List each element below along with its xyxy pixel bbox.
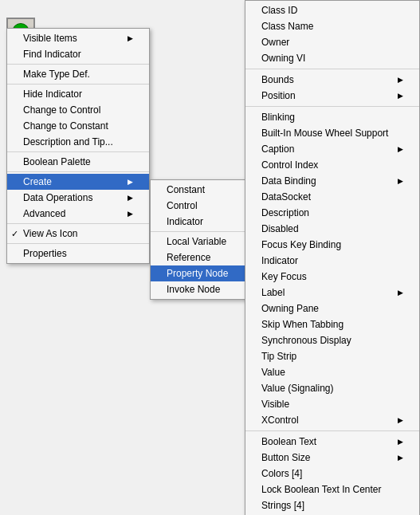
menu-item-label: Find Indicator [23, 49, 81, 60]
menu-separator [7, 84, 149, 85]
menu-item-owning-pane[interactable]: Owning Pane [245, 301, 419, 316]
menu-item-label: Control [167, 200, 198, 211]
submenu-arrow-icon: ▶ [398, 76, 403, 84]
menu-item-description[interactable]: Description [245, 205, 419, 221]
menu-item-label: Colors [4] [261, 468, 302, 479]
submenu-arrow-icon: ▶ [128, 34, 133, 42]
menu-item-label: Property Node [167, 268, 228, 279]
menu-item-label: Control Index [261, 159, 318, 171]
menu-item-caption[interactable]: Caption▶ [245, 141, 419, 157]
menu-item-lock-boolean-text[interactable]: Lock Boolean Text In Center [245, 482, 419, 497]
submenu-arrow-icon: ▶ [398, 438, 403, 446]
menu-item-control-index[interactable]: Control Index [245, 157, 419, 173]
submenu-arrow-icon: ▶ [128, 194, 133, 202]
menu-item-data-binding[interactable]: Data Binding▶ [245, 173, 419, 189]
menu-item-tip-strip[interactable]: Tip Strip [245, 348, 419, 364]
menu-item-properties[interactable]: Properties [7, 246, 149, 261]
menu-group-separator [245, 69, 419, 69]
menu-item-owner[interactable]: Owner [245, 34, 419, 50]
menu-item-data-operations[interactable]: Data Operations▶ [7, 190, 149, 206]
menu-item-value-signaling[interactable]: Value (Signaling) [245, 380, 419, 396]
menu-item-label: Built-In Mouse Wheel Support [261, 128, 388, 139]
menu-item-label: Invoke Node [167, 284, 220, 295]
menu-item-label: Class Name [261, 21, 313, 32]
menu-item-label: Create [23, 176, 52, 187]
menu-item-label: Description and Tip... [23, 136, 113, 147]
submenu-arrow-icon: ▶ [398, 145, 403, 153]
submenu-arrow-icon: ▶ [398, 289, 403, 297]
menu-item-button-size[interactable]: Button Size▶ [245, 450, 419, 466]
menu-item-boolean-text[interactable]: Boolean Text▶ [245, 434, 419, 450]
menu-item-label: Data Binding [261, 175, 316, 187]
menu-item-focus-key-binding[interactable]: Focus Key Binding [245, 237, 419, 253]
menu-item-label: Constant [167, 184, 205, 195]
menu-item-label: Value [261, 367, 285, 378]
menu-item-strings-4[interactable]: Strings [4] [245, 497, 419, 513]
menu-item-label: Hide Indicator [23, 88, 82, 100]
menu-item-create[interactable]: Create▶ [7, 174, 149, 190]
menu-item-label: Strings [4] [261, 500, 304, 511]
menu-item-label: Owner [261, 37, 289, 48]
menu-item-label: Owning VI [261, 53, 305, 64]
menu-item-xcontrol[interactable]: XControl▶ [245, 412, 419, 428]
menu-group-separator [245, 430, 419, 431]
menu-item-synchronous-display[interactable]: Synchronous Display [245, 332, 419, 348]
menu-item-blinking[interactable]: Blinking [245, 109, 419, 125]
menu-item-label: Disabled [261, 223, 299, 234]
menu-item-change-to-control[interactable]: Change to Control [7, 102, 149, 118]
property-node-submenu: Class IDClass NameOwnerOwning VIBounds▶P… [245, 0, 420, 515]
menu-item-built-in-mouse-wheel[interactable]: Built-In Mouse Wheel Support [245, 125, 419, 141]
menu-item-label: Bounds [261, 74, 294, 85]
menu-item-label: Properties [23, 248, 67, 259]
menu-item-skip-when-tabbing[interactable]: Skip When Tabbing [245, 316, 419, 332]
menu-item-key-focus[interactable]: Key Focus [245, 269, 419, 285]
menu-item-label: XControl [261, 415, 299, 426]
menu-item-class-id[interactable]: Class ID [245, 2, 419, 18]
menu-item-label: Data Operations [23, 192, 92, 203]
menu-item-label[interactable]: Label▶ [245, 285, 419, 301]
menu-item-label: Visible [261, 399, 289, 410]
menu-item-value[interactable]: Value [245, 364, 419, 380]
menu-item-position[interactable]: Position▶ [245, 88, 419, 104]
menu-item-description-and-tip[interactable]: Description and Tip... [7, 134, 149, 150]
menu-item-label: Indicator [167, 216, 203, 227]
menu-item-label: Position [261, 90, 296, 101]
menu-item-label: Skip When Tabbing [261, 319, 343, 330]
menu-item-boolean-palette[interactable]: Boolean Palette [7, 154, 149, 170]
menu-item-owning-vi[interactable]: Owning VI [245, 50, 419, 66]
menu-item-datasocket[interactable]: DataSocket [245, 189, 419, 205]
menu-item-label: Change to Control [23, 104, 100, 116]
menu-item-label: Reference [167, 252, 210, 263]
menu-item-change-to-constant[interactable]: Change to Constant [7, 118, 149, 134]
menu-item-disabled[interactable]: Disabled [245, 221, 419, 237]
submenu-arrow-icon: ▶ [128, 178, 133, 186]
menu-separator [7, 64, 149, 65]
menu-item-label: Key Focus [261, 271, 307, 282]
menu-item-label: Indicator [261, 255, 298, 266]
menu-item-label: Label [261, 287, 285, 298]
menu-item-label: Local Variable [167, 236, 226, 247]
menu-separator [7, 151, 149, 152]
menu-item-hide-indicator[interactable]: Hide Indicator [7, 86, 149, 102]
menu-separator [7, 171, 149, 172]
menu-item-label: Class ID [261, 5, 297, 16]
menu-item-colors-4[interactable]: Colors [4] [245, 466, 419, 482]
menu-group-separator [245, 106, 419, 107]
menu-item-make-type-def[interactable]: Make Type Def. [7, 66, 149, 82]
menu-item-visible-items[interactable]: Visible Items▶ [7, 30, 149, 46]
menu-item-class-name[interactable]: Class Name [245, 18, 419, 34]
menu-item-indicator[interactable]: Indicator [245, 253, 419, 269]
menu-item-bounds[interactable]: Bounds▶ [245, 72, 419, 88]
menu-item-find-indicator[interactable]: Find Indicator [7, 46, 149, 62]
menu-item-label: Synchronous Display [261, 335, 351, 346]
menu-item-label: View As Icon [23, 228, 77, 239]
menu-item-label: Boolean Text [261, 436, 316, 447]
menu-item-advanced[interactable]: Advanced▶ [7, 206, 149, 222]
menu-item-visible[interactable]: Visible [245, 396, 419, 412]
menu-item-label: Value (Signaling) [261, 383, 334, 394]
submenu-arrow-icon: ▶ [398, 177, 403, 185]
menu-item-label: Focus Key Binding [261, 239, 341, 250]
menu-item-label: Visible Items [23, 33, 77, 44]
menu-item-view-as-icon[interactable]: View As Icon [7, 226, 149, 242]
submenu-arrow-icon: ▶ [398, 416, 403, 424]
